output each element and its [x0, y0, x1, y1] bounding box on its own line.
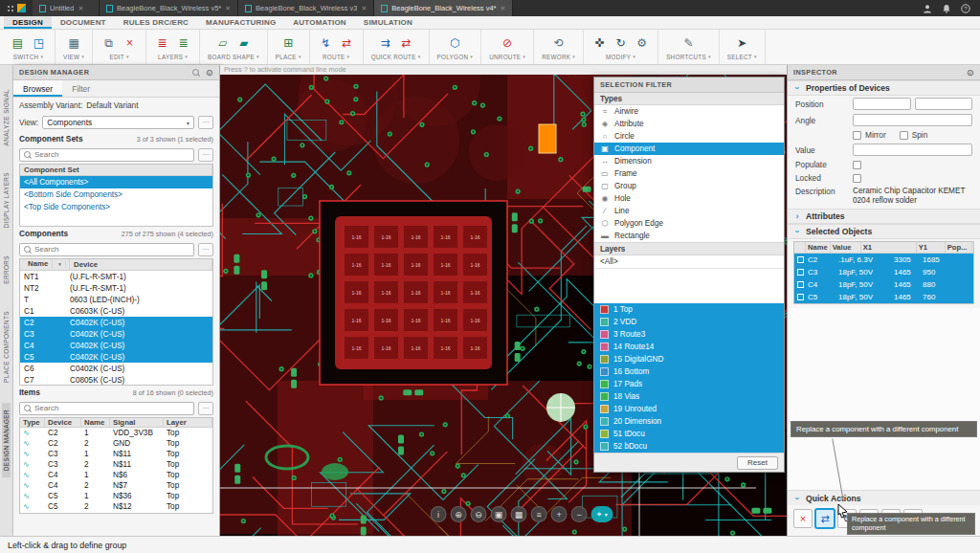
close-tab-icon[interactable]: ✕ [361, 5, 367, 12]
value-column-header[interactable]: Value [831, 242, 861, 253]
layer-item[interactable]: 18 Vias [594, 390, 784, 403]
close-tab-icon[interactable]: ✕ [78, 5, 83, 12]
target-icon[interactable]: ⊙ [206, 68, 213, 77]
components-more-button[interactable]: ⋯ [198, 243, 213, 256]
rework-icon[interactable]: ⟲ [550, 35, 567, 52]
component-set-row[interactable]: <Bottom Side Components> [20, 188, 212, 201]
user-icon[interactable] [922, 3, 932, 13]
place-component-icon[interactable]: ⊞ [280, 35, 297, 52]
ribbon-group-label[interactable]: ROUTE ▾ [323, 54, 349, 60]
y1-column-header[interactable]: Y1 [917, 242, 946, 253]
quick-actions-section-header[interactable]: › Quick Actions [788, 490, 980, 505]
notifications-bell-icon[interactable] [941, 3, 951, 13]
remove-button[interactable]: − [571, 506, 588, 522]
components-search[interactable] [19, 243, 194, 256]
zoom-out-button[interactable]: ⊖ [471, 506, 487, 522]
panel-tab[interactable]: PLACE COMPONENTS [2, 304, 11, 389]
selection-mode-button[interactable]: ⌖ ▾ [591, 506, 613, 522]
item-row[interactable]: ∿ C3 1 N$11 Top [20, 449, 212, 459]
populate-checkbox[interactable] [853, 161, 861, 169]
component-row[interactable]: C4 C0402K (C-US) [20, 340, 212, 351]
menubar-item[interactable]: SIMULATION [355, 16, 421, 29]
shortcuts-icon[interactable]: ✎ [680, 35, 697, 52]
close-tab-icon[interactable]: ✕ [225, 5, 231, 12]
device-column-header[interactable]: Device [70, 259, 212, 270]
filter-type-item[interactable]: ▢ Group [594, 180, 784, 192]
layer-item[interactable]: 2 VDD [594, 316, 784, 328]
items-search[interactable] [19, 402, 194, 415]
layer-column-header[interactable]: Layer [164, 418, 212, 427]
filter-type-item[interactable]: ▭ Frame [594, 167, 784, 180]
selected-object-row[interactable]: C5 18pF, 50V 1465 760 [794, 291, 973, 303]
document-tab[interactable]: BeagleBone_Black_Wireless v5* ✕ [100, 0, 238, 16]
layer-item[interactable]: 19 Unrouted [594, 403, 784, 415]
value-input[interactable] [853, 144, 972, 156]
select-cursor-icon[interactable]: ➤ [734, 35, 750, 52]
panel-tab[interactable]: ERRORS [2, 249, 11, 291]
reset-button[interactable]: Reset [737, 456, 778, 470]
close-tab-icon[interactable]: ✕ [501, 5, 506, 12]
layer-item[interactable]: 17 Pads [594, 378, 784, 390]
attributes-section-header[interactable]: › Attributes [788, 209, 980, 224]
layers-top-icon[interactable]: ≣ [154, 35, 170, 52]
layer-item[interactable]: 14 Route14 [594, 341, 784, 353]
polygon-icon[interactable]: ⬡ [447, 35, 463, 52]
ribbon-group-label[interactable]: SWITCH ▾ [13, 54, 43, 60]
filter-type-item[interactable]: ▬ Rectangle [594, 230, 784, 242]
filter-type-item[interactable]: ⬡ Polygon Edge [594, 217, 784, 230]
signal-column-header[interactable]: Signal [110, 418, 164, 427]
search-icon[interactable] [191, 68, 200, 77]
component-set-row[interactable]: <All Components> [20, 176, 212, 188]
component-sets-search-input[interactable] [34, 150, 190, 159]
layer-item[interactable]: 16 Bottom [594, 365, 784, 378]
ribbon-group-label[interactable]: SHORTCUTS ▾ [666, 54, 711, 60]
populate-column-header[interactable]: Pop... [946, 242, 972, 253]
ribbon-group-label[interactable]: UNROUTE ▾ [489, 54, 525, 60]
move-icon[interactable]: ✜ [591, 35, 608, 52]
layer-item[interactable]: 20 Dimension [594, 415, 784, 428]
filter-type-item[interactable]: ∕ Line [594, 205, 784, 217]
selected-object-row[interactable]: C2 .1uF, 6.3V 3305 1685 [794, 254, 973, 266]
app-logo[interactable] [0, 0, 33, 16]
grid-button[interactable]: ▦ [511, 506, 527, 522]
panel-tab[interactable]: DISPLAY LAYERS [2, 166, 11, 235]
component-row[interactable]: C7 C0805K (C-US) [20, 374, 212, 386]
ribbon-group-label[interactable]: POLYGON ▾ [437, 54, 474, 60]
filter-type-item[interactable]: ▣ Component [594, 143, 784, 155]
selected-object-row[interactable]: C4 18pF, 50V 1465 880 [794, 278, 973, 291]
quick-route-icon[interactable]: ⇉ [377, 35, 393, 52]
component-row[interactable]: T 0603 (LED-(INCH)-) [20, 294, 212, 305]
menubar-item[interactable]: RULES DRC/ERC [115, 16, 197, 29]
layer-item[interactable]: 15 DigitalGND [594, 353, 784, 365]
quick-route-multi-icon[interactable]: ⇄ [398, 35, 414, 52]
menubar-item[interactable]: AUTOMATION [284, 16, 354, 29]
component-row[interactable]: C1 C0603K (C-US) [20, 305, 212, 317]
component-row[interactable]: C3 C0402K (C-US) [20, 328, 212, 340]
copy-icon[interactable]: ⧉ [100, 35, 117, 52]
components-search-input[interactable] [34, 245, 190, 254]
type-column-header[interactable]: Type [20, 418, 45, 427]
component-sets-more-button[interactable]: ⋯ [198, 148, 213, 162]
item-row[interactable]: ∿ C2 2 GND Top [20, 438, 212, 449]
mirror-checkbox[interactable] [853, 131, 861, 140]
item-row[interactable]: ∿ C2 1 VDD_3V3B Top [20, 428, 212, 438]
route-differential-icon[interactable]: ⇄ [339, 35, 355, 52]
document-tab[interactable]: BeagleBone_Black_Wireless v3 ✕ [238, 0, 374, 16]
x1-column-header[interactable]: X1 [861, 242, 917, 253]
filter-type-item[interactable]: ○ Circle [594, 130, 784, 143]
component-row[interactable]: C2 C0402K (C-US) [20, 317, 212, 328]
delete-action-button[interactable]: × [793, 509, 813, 528]
rotate-icon[interactable]: ↻ [612, 35, 629, 52]
selected-objects-section-header[interactable]: › Selected Objects [788, 224, 980, 239]
ribbon-group-label[interactable]: MODIFY ▾ [606, 54, 635, 60]
zoom-in-button[interactable]: ⊕ [451, 506, 467, 522]
document-tab[interactable]: BeagleBone_Black_Wireless v4* ✕ [374, 0, 513, 16]
filter-type-item[interactable]: ↔ Dimension [594, 155, 784, 167]
component-sets-search[interactable] [19, 148, 194, 162]
component-set-column-header[interactable]: Component Set [20, 165, 212, 175]
item-row[interactable]: ∿ C4 1 N$6 Top [20, 470, 212, 480]
add-button[interactable]: + [551, 506, 568, 522]
ribbon-group-label[interactable]: PLACE ▾ [276, 54, 301, 60]
switch-document-icon[interactable]: ▤ [10, 35, 26, 52]
panel-tab[interactable]: DESIGN MANAGER [2, 403, 11, 477]
